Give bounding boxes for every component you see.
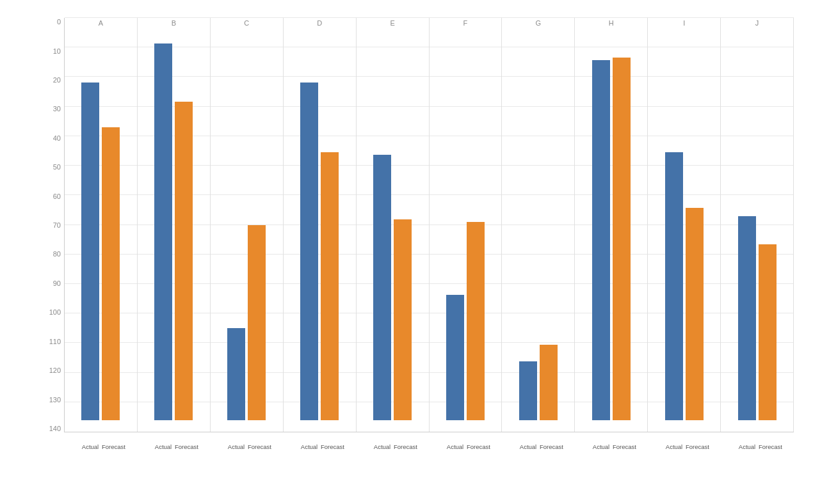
y-tick: 120 [38,366,64,374]
bars [154,18,193,432]
bars [446,18,485,432]
bars [519,18,558,432]
bar-forecast-j [759,244,777,420]
x-label-forecast-f: Forecast [467,443,485,450]
bar-forecast-i [686,208,704,420]
bar-wrap-actual [738,29,756,420]
x-axis-labels: ActualForecastActualForecastActualForeca… [64,432,794,452]
group-label: D [284,18,356,27]
x-label-actual-g: Actual [519,443,537,450]
bar-wrap-forecast [613,29,631,420]
y-tick: 100 [38,308,64,316]
x-label-forecast-j: Forecast [759,443,777,450]
bar-group-a: A [65,18,138,432]
bar-forecast-e [394,219,412,420]
bar-wrap-actual [300,29,318,420]
bar-forecast-h [613,58,631,420]
chart-area: 1401301201101009080706050403020100 ABCDE… [38,18,794,452]
bars [227,18,266,432]
bar-actual-c [227,328,245,420]
y-tick: 40 [38,134,64,142]
y-tick: 20 [38,76,64,84]
bar-wrap-forecast [467,29,485,420]
groups-area: ABCDEFGHIJ [65,18,794,432]
bar-wrap-actual [592,29,610,420]
group-label: I [648,18,720,27]
bar-actual-g [519,361,537,420]
bar-forecast-a [102,127,120,420]
x-label-actual-i: Actual [665,443,683,450]
y-tick: 140 [38,425,64,432]
bar-forecast-d [321,152,339,420]
y-tick: 90 [38,280,64,287]
bar-group-j: J [721,18,794,432]
bar-wrap-actual [665,29,683,420]
y-tick: 30 [38,105,64,113]
bar-actual-h [592,60,610,420]
x-group-d: ActualForecast [283,432,356,452]
bars [373,18,412,432]
y-tick: 130 [38,396,64,404]
y-tick: 60 [38,193,64,200]
bar-wrap-forecast [175,29,193,420]
bar-wrap-forecast [248,29,266,420]
x-group-i: ActualForecast [648,432,721,452]
x-group-c: ActualForecast [210,432,283,452]
bar-group-f: F [430,18,503,432]
x-label-actual-a: Actual [81,443,99,450]
bar-wrap-actual [373,29,391,420]
x-label-forecast-h: Forecast [613,443,631,450]
x-label-forecast-a: Forecast [102,443,120,450]
bar-group-b: B [138,18,211,432]
x-label-actual-j: Actual [738,443,756,450]
group-label: J [721,18,793,27]
bar-wrap-forecast [540,29,558,420]
x-label-forecast-g: Forecast [540,443,558,450]
bars [81,18,120,432]
group-label: B [138,18,210,27]
bar-actual-e [373,155,391,420]
bar-wrap-actual [81,29,99,420]
x-group-g: ActualForecast [502,432,575,452]
bar-actual-d [300,83,318,420]
x-label-forecast-d: Forecast [321,443,339,450]
y-tick: 70 [38,221,64,229]
plot-area: ABCDEFGHIJ [64,18,794,432]
y-tick: 80 [38,250,64,258]
bar-forecast-c [248,225,266,421]
bars [300,18,339,432]
bar-wrap-actual [227,29,245,420]
bar-forecast-b [175,102,193,420]
bar-group-c: C [211,18,284,432]
x-label-forecast-e: Forecast [394,443,412,450]
bar-wrap-forecast [759,29,777,420]
group-label: E [357,18,429,27]
bars [665,18,704,432]
group-label: H [575,18,647,27]
y-axis: 1401301201101009080706050403020100 [38,18,64,432]
bar-group-h: H [575,18,648,432]
bar-group-g: G [502,18,575,432]
x-group-a: ActualForecast [64,432,137,452]
bar-actual-b [154,43,172,420]
x-group-e: ActualForecast [356,432,429,452]
group-label: G [502,18,574,27]
bar-forecast-f [467,222,485,420]
x-label-actual-d: Actual [300,443,318,450]
bar-group-d: D [284,18,357,432]
bar-wrap-actual [154,29,172,420]
x-group-f: ActualForecast [429,432,502,452]
bar-actual-i [665,152,683,420]
bar-actual-a [81,83,99,420]
x-group-j: ActualForecast [721,432,794,452]
bar-wrap-actual [446,29,464,420]
x-label-actual-h: Actual [592,443,610,450]
x-group-b: ActualForecast [137,432,210,452]
x-label-actual-c: Actual [227,443,245,450]
bar-group-i: I [648,18,721,432]
bar-wrap-forecast [102,29,120,420]
bar-wrap-forecast [686,29,704,420]
bar-forecast-g [540,345,558,420]
x-group-h: ActualForecast [575,432,648,452]
y-tick: 0 [38,18,64,26]
